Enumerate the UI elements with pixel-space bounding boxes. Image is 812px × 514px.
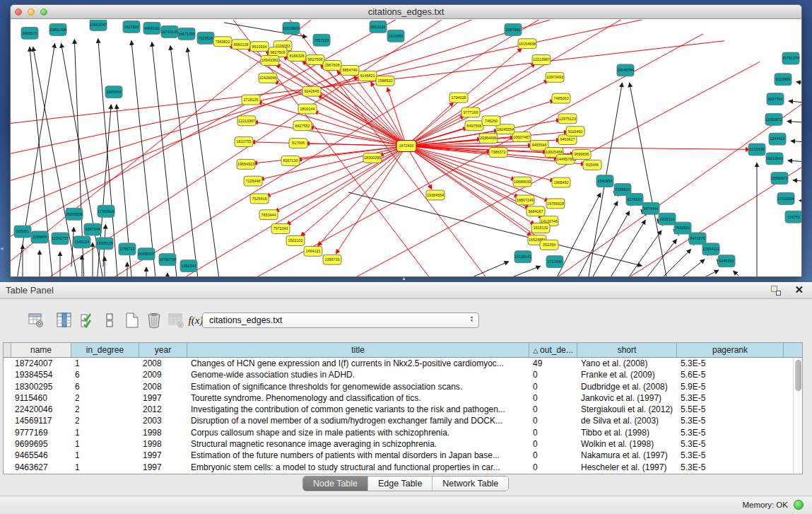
table-cell: 22420046 <box>11 404 71 415</box>
table-cell: 5.3E-5 <box>677 358 784 369</box>
vertical-scrollbar[interactable] <box>793 358 802 474</box>
graph-node-label: 7632621 <box>676 226 690 230</box>
table-cell: 18300295 <box>11 381 71 392</box>
black-citation-edge <box>788 160 801 163</box>
table-cell: Jankovic et al. (1997) <box>577 392 677 404</box>
graph-node-label: 1965492 <box>554 180 569 185</box>
graph-node-label: 8466160 <box>145 26 160 30</box>
graph-node-label: 1713346 <box>548 259 563 264</box>
delete-column-button[interactable] <box>143 309 165 332</box>
table-cell: 1997 <box>139 450 187 461</box>
column-header-title[interactable]: title <box>187 343 529 357</box>
graph-node-label: 1810755 <box>237 139 252 144</box>
graph-node-label: 9465546 <box>532 143 547 147</box>
graph-node-label: 2718126 <box>244 98 259 102</box>
table-row[interactable]: 1938455462009Genome-wide association stu… <box>4 369 793 380</box>
memory-ok-indicator[interactable] <box>794 500 804 510</box>
table-row[interactable]: 946362711997Embryonic stem cells: a mode… <box>4 462 793 473</box>
table-toolbar: f(x) citations_edges.txt ▲▼ <box>0 299 812 341</box>
graph-node-label: 16782759 <box>159 257 176 262</box>
table-cell: 0 <box>529 462 577 473</box>
tab-edge-table[interactable]: Edge Table <box>368 477 433 491</box>
graph-node-label: 16245554 <box>497 127 514 132</box>
table-row[interactable]: 946554611997Estimation of the future num… <box>4 450 793 461</box>
table-panel-header: Table Panel ✕ <box>0 282 812 299</box>
graph-node-label: 2935114 <box>660 217 675 221</box>
black-citation-edge <box>464 262 509 276</box>
graph-node-label: 935051 <box>16 229 29 233</box>
close-panel-icon[interactable]: ✕ <box>794 284 804 296</box>
graph-node-label: 2803144 <box>300 107 315 111</box>
black-citation-edge <box>187 48 220 276</box>
row-gutter-cell <box>4 404 11 415</box>
graph-node-label: 18300295 <box>364 156 381 160</box>
graph-node-label: 5358923 <box>616 187 630 192</box>
network-canvas[interactable]: 2405572208914061065324715278028466160107… <box>11 20 801 276</box>
table-chooser-value: citations_edges.txt <box>209 315 283 325</box>
table-cell: 1997 <box>139 392 187 404</box>
graph-node-label: 12213987 <box>533 57 550 62</box>
graph-node-label: 9827508 <box>308 57 323 62</box>
graph-node-label: 9827509 <box>271 50 286 54</box>
graph-node-label: 16958107 <box>138 252 155 256</box>
float-square-front <box>776 291 781 296</box>
graph-node-label: 14495768 <box>557 157 574 161</box>
column-header-pagerank[interactable]: pagerank <box>677 343 784 357</box>
black-citation-edge <box>789 101 801 104</box>
graph-node-label: 1156869 <box>33 235 47 239</box>
table-row[interactable]: 977716911998Corpus callosum shape and si… <box>4 427 793 438</box>
row-gutter-cell <box>4 415 11 426</box>
table-cell: 0 <box>529 404 577 415</box>
select-all-rows-button[interactable] <box>77 309 98 332</box>
table-cell: Yano et al. (2008) <box>577 358 677 369</box>
graph-node-label: 9699695 <box>575 152 589 156</box>
table-row[interactable]: 1456911722003Disruption of a novel membe… <box>4 415 793 426</box>
column-header-name[interactable]: name <box>11 343 71 357</box>
tab-network-table[interactable]: Network Table <box>433 477 508 491</box>
table-cell: 2009 <box>139 369 187 380</box>
table-row[interactable]: 1872400712008Changes of HCN gene express… <box>4 358 793 369</box>
scrollbar-thumb[interactable] <box>795 360 801 391</box>
column-header-short[interactable]: short <box>577 343 677 357</box>
graph-node-label: 8813034 <box>371 25 386 29</box>
deselect-rows-button[interactable] <box>99 309 120 332</box>
table-row[interactable]: 911546021997Tourette syndrome. Phenomeno… <box>4 392 793 404</box>
show-columns-button[interactable] <box>54 309 75 332</box>
left-splitter-arrow-icon[interactable]: ◂ <box>0 245 4 252</box>
float-panel-icon[interactable] <box>771 286 781 296</box>
graph-node-label: 8854749 <box>343 68 358 72</box>
table-row[interactable]: 969969511998Structural magnetic resonanc… <box>4 438 793 450</box>
black-citation-edge <box>796 82 801 86</box>
graph-node-label: 7857223 <box>314 38 329 42</box>
red-citation-edge <box>258 102 406 146</box>
column-header-out_de[interactable]: △out_de... <box>529 343 577 357</box>
delete-table-button-disabled <box>165 309 187 332</box>
create-column-button[interactable] <box>122 309 143 332</box>
table-row[interactable]: 2242004622012Investigating the contribut… <box>4 404 793 415</box>
graph-node-label: 2087682 <box>506 28 521 32</box>
table-row[interactable]: 1830029562008Estimation of significance … <box>4 381 793 392</box>
close-window-button[interactable] <box>15 8 22 16</box>
table-chooser-dropdown[interactable]: citations_edges.txt ▲▼ <box>202 313 479 328</box>
tab-node-table[interactable]: Node Table <box>303 477 368 491</box>
minimize-window-button[interactable] <box>28 8 35 16</box>
table-mode-button[interactable] <box>25 309 47 332</box>
graph-node-label: 7525418 <box>252 197 267 201</box>
panel-splitter-handle-icon[interactable]: ▲ <box>401 276 406 281</box>
graph-node-label: 1588520 <box>378 78 393 83</box>
graph-node-label: 1292344 <box>182 264 196 268</box>
graph-node-label: 116753 <box>787 215 800 219</box>
graph-node-label: 8471676 <box>690 236 705 240</box>
graph-node-label: 9684067 <box>529 209 543 214</box>
cytoscape-desktop: citations_edges.txt 24055722089140610653… <box>0 0 812 282</box>
maximize-window-button[interactable] <box>40 8 47 16</box>
column-header-in_degree[interactable]: in_degree <box>71 343 139 357</box>
graph-node-label: 10607487 <box>513 135 530 139</box>
window-titlebar[interactable]: citations_edges.txt <box>11 5 801 19</box>
graph-node-label: 12975123 <box>559 117 576 121</box>
black-citation-edge <box>170 46 199 276</box>
row-gutter-cell <box>4 427 11 438</box>
column-header-year[interactable]: year <box>139 343 187 357</box>
graph-node-label: 1872400 <box>399 144 414 148</box>
citation-network-graph[interactable]: 2405572208914061065324715278028466160107… <box>11 20 801 276</box>
